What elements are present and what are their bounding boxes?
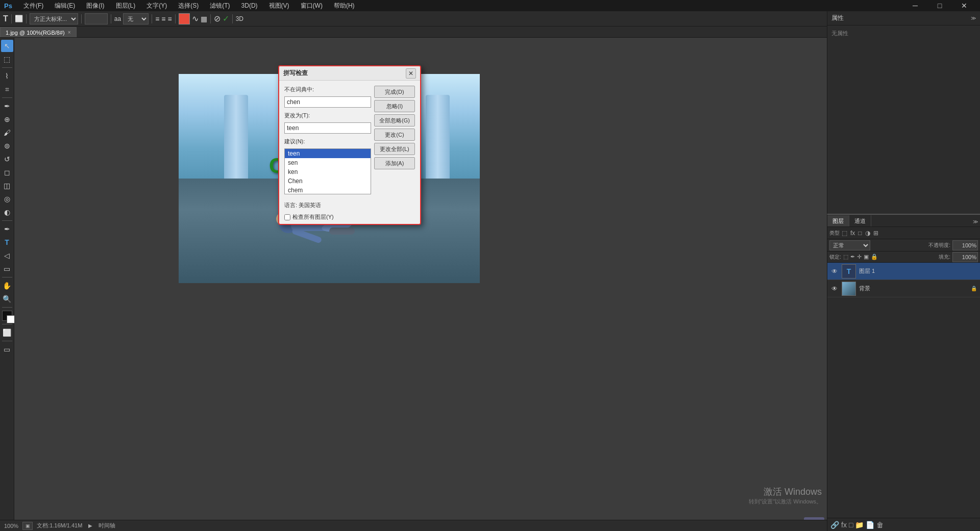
text-tool-icon[interactable]: T: [3, 14, 8, 23]
add-link-icon[interactable]: 🔗: [830, 521, 839, 529]
selection-tool-button[interactable]: ⬚: [1, 53, 13, 65]
minimize-button[interactable]: ─: [903, 0, 927, 11]
tab-layers[interactable]: 图层: [827, 215, 849, 226]
add-button[interactable]: 添加(A): [374, 157, 415, 169]
suggestion-item-chem[interactable]: chem: [285, 186, 371, 194]
suggestion-item-ken[interactable]: ken: [285, 167, 371, 176]
confirm-edit-icon[interactable]: ✓: [223, 14, 229, 23]
layer-bg-visibility-icon[interactable]: 👁: [830, 285, 839, 293]
crop-tool-button[interactable]: ⌗: [1, 83, 13, 95]
lock-label: 锁定:: [829, 254, 841, 261]
menu-image[interactable]: 图像(I): [83, 1, 107, 11]
shape-tool-button[interactable]: ▭: [1, 263, 13, 275]
create-layer-icon[interactable]: 📄: [866, 521, 874, 529]
menu-edit[interactable]: 编辑(E): [52, 1, 78, 11]
foreground-color-swatch[interactable]: [2, 311, 12, 321]
eyedropper-tool-button[interactable]: ✒: [1, 100, 13, 112]
lasso-tool-button[interactable]: ⌇: [1, 70, 13, 82]
create-group-icon[interactable]: 📁: [855, 521, 864, 529]
menu-filter[interactable]: 滤镜(T): [207, 1, 233, 11]
font-size-input[interactable]: [85, 13, 108, 24]
align-center-icon[interactable]: ≡: [161, 15, 165, 23]
quick-mask-button[interactable]: ⬜: [1, 326, 13, 339]
brush-tool-button[interactable]: 🖌: [1, 127, 13, 139]
menu-select[interactable]: 选择(S): [175, 1, 202, 11]
add-mask-icon[interactable]: □: [849, 521, 853, 529]
tool-separator-4: [2, 277, 12, 277]
align-left-icon[interactable]: ≡: [155, 15, 159, 23]
check-all-layers-label: 检查所有图层(Y): [292, 213, 334, 221]
add-fx-icon[interactable]: fx: [841, 521, 847, 529]
restore-button[interactable]: □: [928, 0, 951, 11]
lock-image-icon[interactable]: ✒: [850, 254, 855, 260]
menu-help[interactable]: 帮助(H): [331, 1, 358, 11]
close-button[interactable]: ✕: [952, 0, 976, 11]
change-button[interactable]: 更改(C): [374, 129, 415, 141]
menu-view[interactable]: 视图(V): [266, 1, 292, 11]
change-all-button[interactable]: 更改全部(L): [374, 143, 415, 155]
change-to-input[interactable]: [284, 122, 371, 134]
not-in-dict-input[interactable]: [284, 96, 371, 108]
tab-main[interactable]: 1.jpg @ 100%(RGB/8#) ×: [0, 27, 77, 37]
properties-expand-icon[interactable]: ≫: [971, 15, 976, 21]
layer-1-visibility-icon[interactable]: 👁: [830, 267, 839, 275]
ignore-all-button[interactable]: 全部忽略(G): [374, 114, 415, 127]
dodge-tool-button[interactable]: ◐: [1, 206, 13, 218]
opacity-input[interactable]: [952, 240, 978, 250]
hand-tool-button[interactable]: ✋: [1, 280, 13, 292]
warp-text-icon[interactable]: ∿: [192, 14, 199, 23]
expand-arrow-icon: ▶: [88, 523, 92, 528]
layers-panel-expand-icon[interactable]: ≫: [971, 217, 980, 226]
move-tool-icon[interactable]: ⬜: [15, 15, 23, 22]
eraser-tool-button[interactable]: ◻: [1, 166, 13, 179]
clone-stamp-button[interactable]: ⊚: [1, 140, 13, 152]
cancel-edit-icon[interactable]: ⊘: [214, 14, 220, 23]
antialiasing-select[interactable]: 无: [123, 13, 149, 24]
zoom-tool-button[interactable]: 🔍: [1, 293, 13, 305]
tab-close-button[interactable]: ×: [68, 30, 71, 35]
font-family-select[interactable]: 方正大标宋...: [30, 13, 78, 24]
suggestion-item-sen[interactable]: sen: [285, 158, 371, 167]
spot-healing-button[interactable]: ⊕: [1, 113, 13, 125]
lock-position-icon[interactable]: ✛: [857, 254, 862, 260]
menu-text[interactable]: 文字(Y): [143, 1, 170, 11]
suggestions-list[interactable]: teen sen ken Chen chem hen: [284, 148, 371, 194]
menu-file[interactable]: 文件(F): [20, 1, 46, 11]
background-color-swatch[interactable]: [7, 315, 15, 323]
blur-tool-button[interactable]: ◎: [1, 193, 13, 205]
layer-row-bg[interactable]: 👁 背景 🔒: [827, 280, 980, 297]
zoom-fit-button[interactable]: ▣: [22, 522, 33, 530]
layer-mask-icon: □: [858, 230, 862, 237]
screen-mode-button[interactable]: ▭: [1, 343, 13, 356]
gradient-tool-button[interactable]: ◫: [1, 180, 13, 192]
suggestion-item-chen[interactable]: Chen: [285, 176, 371, 186]
tab-channels[interactable]: 通道: [849, 215, 871, 226]
menu-window[interactable]: 窗口(W): [298, 1, 326, 11]
dialog-close-button[interactable]: ✕: [406, 68, 416, 79]
done-button[interactable]: 完成(D): [374, 86, 415, 98]
suggestion-item-teen[interactable]: teen: [285, 149, 371, 158]
fill-input[interactable]: [952, 252, 978, 262]
fill-label: 填充:: [939, 254, 950, 261]
layer-type-label: 类型: [829, 230, 840, 237]
align-right-icon[interactable]: ≡: [167, 15, 172, 23]
3d-label[interactable]: 3D: [236, 15, 243, 22]
text-color-swatch[interactable]: [179, 13, 190, 24]
history-brush-button[interactable]: ↺: [1, 153, 13, 165]
blend-mode-select[interactable]: 正常: [829, 240, 870, 250]
lock-artboard-icon[interactable]: ▣: [864, 254, 869, 260]
check-all-layers-checkbox[interactable]: [284, 214, 290, 220]
pen-tool-button[interactable]: ✒: [1, 223, 13, 235]
menu-3d[interactable]: 3D(D): [238, 1, 261, 10]
path-select-button[interactable]: ◁: [1, 249, 13, 262]
menu-layer[interactable]: 图层(L): [113, 1, 139, 11]
lock-transparent-icon[interactable]: ⬚: [843, 254, 848, 260]
move-tool-button[interactable]: ↖: [1, 40, 13, 52]
text-tool-button[interactable]: T: [1, 236, 13, 248]
info-expand-icon[interactable]: ▶: [86, 522, 94, 530]
ignore-button[interactable]: 忽略(I): [374, 100, 415, 112]
delete-layer-icon[interactable]: 🗑: [876, 521, 884, 529]
layer-row-1[interactable]: 👁 T 图层 1: [827, 263, 980, 280]
character-panel-icon[interactable]: ▦: [201, 15, 207, 23]
lock-all-icon[interactable]: 🔒: [871, 254, 878, 260]
